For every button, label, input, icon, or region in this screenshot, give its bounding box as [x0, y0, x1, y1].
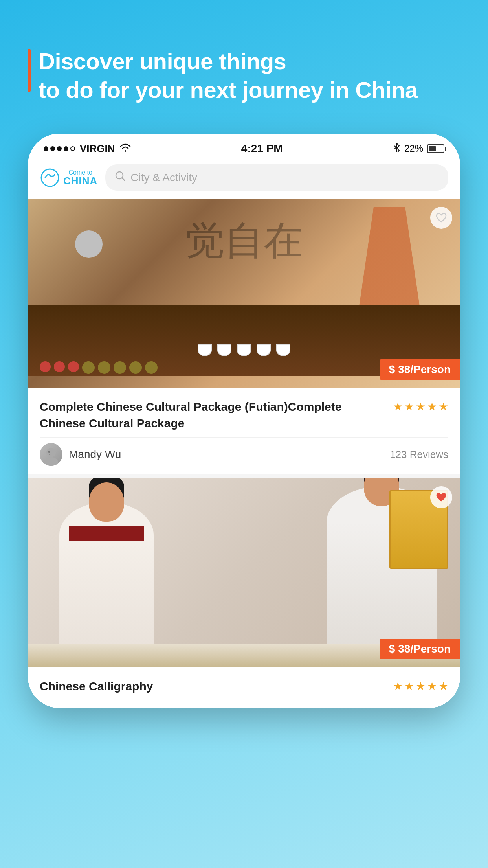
- card-divider: [28, 474, 460, 478]
- tea-fruit-7: [129, 361, 142, 374]
- host-row-1: Mandy Wu: [40, 443, 121, 466]
- search-bar-row: Come to CHINA City & Activity: [28, 160, 460, 199]
- card-image-tea: 觉自在: [28, 199, 460, 388]
- battery-fill: [429, 146, 436, 151]
- price-badge-1: $ 38/Person: [380, 359, 460, 380]
- tea-fruit-1: [40, 361, 51, 372]
- tea-fruit-5: [98, 361, 110, 374]
- star-3: ★: [416, 400, 426, 413]
- star-5-half: ★: [438, 400, 448, 413]
- tea-cups-row: [198, 344, 290, 356]
- signal-dot-5: [70, 146, 75, 151]
- card-title-2: Chinese Calligraphy: [40, 678, 385, 695]
- signal-dots: [44, 146, 75, 151]
- hero-section: Discover unique things to do for your ne…: [0, 0, 488, 128]
- svg-point-2: [46, 448, 56, 457]
- card-calligraphy: $ 38/Person Chinese Calligraphy ★ ★ ★ ★ …: [28, 478, 460, 708]
- tea-cup-2: [217, 344, 231, 356]
- host-avatar-1: [40, 443, 62, 466]
- host-name-1: Mandy Wu: [69, 448, 121, 461]
- svg-point-3: [44, 457, 58, 466]
- app-logo-text: Come to CHINA: [63, 169, 97, 186]
- tea-fruit-4: [82, 361, 95, 374]
- stars-row-2: ★ ★ ★ ★ ★: [393, 680, 448, 693]
- search-field[interactable]: City & Activity: [105, 164, 448, 191]
- signal-dot-2: [50, 146, 55, 151]
- card-title-row-1: Complete Chinese Cultural Package (Futia…: [40, 399, 448, 432]
- tea-cup-5: [276, 344, 290, 356]
- tea-fruit-8: [145, 361, 158, 374]
- star2-3: ★: [416, 680, 426, 693]
- teapot: [75, 230, 103, 258]
- phone-frame: VIRGIN 4:21 PM 22%: [28, 134, 460, 708]
- stars-row-1: ★ ★ ★ ★ ★: [393, 400, 448, 413]
- search-icon: [115, 171, 126, 184]
- star-1: ★: [393, 400, 403, 413]
- signal-dot-4: [64, 146, 68, 151]
- card-tea-ceremony: 觉自在: [28, 199, 460, 474]
- person1-head: [89, 482, 124, 522]
- hero-title: Discover unique things to do for your ne…: [39, 47, 418, 104]
- card-image-calligraphy: $ 38/Person: [28, 478, 460, 667]
- tea-fruit-3: [68, 361, 79, 372]
- tea-cup-1: [198, 344, 212, 356]
- card-info-2: Chinese Calligraphy ★ ★ ★ ★ ★: [28, 667, 460, 708]
- battery-icon: [427, 144, 444, 153]
- price-badge-2: $ 38/Person: [380, 639, 460, 659]
- tea-cup-4: [257, 344, 271, 356]
- status-right: 22%: [393, 143, 444, 154]
- signal-dot-3: [57, 146, 62, 151]
- star-4: ★: [427, 400, 437, 413]
- heart-button-1[interactable]: [430, 207, 452, 229]
- battery-percentage: 22%: [404, 143, 423, 154]
- tea-fruit-2: [54, 361, 65, 372]
- star2-5: ★: [438, 680, 448, 693]
- heart-button-2[interactable]: [430, 486, 452, 508]
- person1: [59, 502, 154, 667]
- calligraphy-characters: 觉自在: [185, 215, 303, 268]
- app-logo: Come to CHINA: [40, 167, 97, 188]
- star-2: ★: [404, 400, 414, 413]
- signal-dot-1: [44, 146, 48, 151]
- carrier-label: VIRGIN: [80, 143, 115, 155]
- reviews-count-1: 123 Reviews: [390, 449, 448, 461]
- bluetooth-icon: [393, 143, 400, 154]
- svg-point-0: [41, 169, 59, 186]
- tea-fruit-row: [40, 361, 158, 374]
- tea-cup-3: [237, 344, 251, 356]
- accent-bar: [28, 49, 31, 92]
- status-left: VIRGIN: [44, 143, 131, 155]
- star2-1: ★: [393, 680, 403, 693]
- host-avatar-img-1: [40, 443, 62, 466]
- search-placeholder: City & Activity: [130, 171, 197, 184]
- phone-container: VIRGIN 4:21 PM 22%: [28, 134, 460, 841]
- scarf: [69, 526, 144, 541]
- star2-2: ★: [404, 680, 414, 693]
- logo-china: CHINA: [63, 176, 97, 186]
- tea-fruit-6: [114, 361, 126, 374]
- logo-icon-svg: [40, 167, 60, 188]
- card-meta-row-1: Mandy Wu 123 Reviews: [40, 437, 448, 466]
- status-time: 4:21 PM: [241, 142, 283, 155]
- card-title-1: Complete Chinese Cultural Package (Futia…: [40, 399, 385, 432]
- svg-point-4: [48, 451, 50, 453]
- status-bar: VIRGIN 4:21 PM 22%: [28, 134, 460, 160]
- wifi-icon: [120, 143, 131, 154]
- star2-4: ★: [427, 680, 437, 693]
- card-info-1: Complete Chinese Cultural Package (Futia…: [28, 388, 460, 474]
- card-title-row-2: Chinese Calligraphy ★ ★ ★ ★ ★: [40, 678, 448, 695]
